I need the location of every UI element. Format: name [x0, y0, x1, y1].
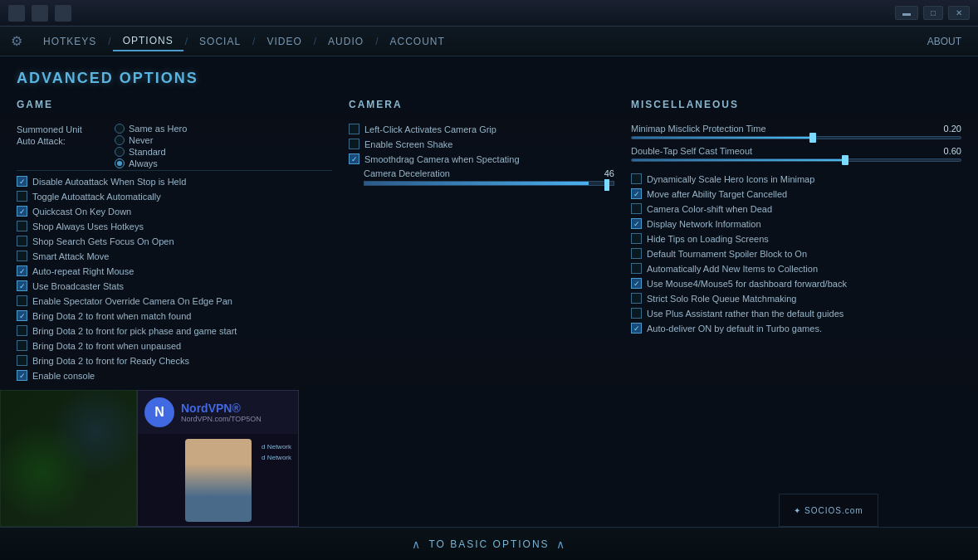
- page-title: ADVANCED OPTIONS: [17, 70, 961, 87]
- arrow-up-left-icon: ∧: [412, 538, 422, 551]
- camera-decel-thumb[interactable]: [604, 179, 609, 191]
- top-bar: ▬ □ ✕: [0, 0, 978, 27]
- top-bar-btn-3[interactable]: ✕: [948, 6, 970, 20]
- misc-option-10[interactable]: Auto-deliver ON by default in Turbo game…: [631, 323, 961, 334]
- misc-checkbox-10[interactable]: [631, 323, 642, 334]
- checkbox-11[interactable]: [17, 340, 27, 351]
- checkbox-3[interactable]: [17, 221, 27, 231]
- misc-option-9[interactable]: Use Plus Assistant rather than the defau…: [631, 308, 961, 319]
- arrow-up-right-icon: ∧: [556, 538, 566, 551]
- game-option-9[interactable]: Bring Dota 2 to front when match found: [17, 310, 332, 321]
- misc-checkbox-6[interactable]: [631, 263, 642, 274]
- camera-option-0[interactable]: Left-Click Activates Camera Grip: [349, 124, 614, 134]
- game-option-8[interactable]: Enable Spectator Override Camera On Edge…: [17, 295, 332, 306]
- radio-always[interactable]: Always: [115, 158, 187, 168]
- checkbox-6[interactable]: [17, 265, 27, 276]
- misc-option-6[interactable]: Automatically Add New Items to Collectio…: [631, 263, 961, 274]
- nav-sep-4: /: [312, 36, 318, 47]
- game-option-12[interactable]: Bring Dota 2 to front for Ready Checks: [17, 355, 332, 366]
- camera-option-1[interactable]: Enable Screen Shake: [349, 139, 614, 149]
- camera-decel-label: Camera Deceleration: [364, 168, 450, 178]
- radio-btn-same-as-hero[interactable]: [115, 124, 125, 134]
- misc-option-5[interactable]: Default Tournament Spoiler Block to On: [631, 248, 961, 259]
- misc-checkbox-5[interactable]: [631, 248, 642, 259]
- misc-option-7[interactable]: Use Mouse4/Mouse5 for dashboard forward/…: [631, 278, 961, 289]
- checkbox-9[interactable]: [17, 310, 27, 321]
- camera-column: CAMERA Left-Click Activates Camera Grip …: [349, 99, 614, 509]
- checkbox-13[interactable]: [17, 370, 27, 381]
- game-option-7[interactable]: Use Broadcaster Stats: [17, 280, 332, 291]
- game-option-10[interactable]: Bring Dota 2 to front for pick phase and…: [17, 325, 332, 336]
- doubletap-timeout-thumb[interactable]: [842, 155, 848, 165]
- misc-option-4[interactable]: Hide Tips on Loading Screens: [631, 233, 961, 244]
- misc-option-1[interactable]: Move after Ability Target Cancelled: [631, 188, 961, 199]
- nav-video[interactable]: VIDEO: [257, 32, 311, 51]
- game-option-2[interactable]: Quickcast On Key Down: [17, 206, 332, 217]
- nav-about[interactable]: ABOUT: [917, 32, 971, 51]
- misc-checkbox-7[interactable]: [631, 278, 642, 289]
- nav-social[interactable]: SOCIAL: [189, 32, 251, 51]
- misc-option-label-3: Display Network Information: [647, 219, 761, 229]
- summoned-unit-label: Summoned Unit Auto Attack:: [17, 124, 108, 148]
- misc-checkbox-8[interactable]: [631, 293, 642, 304]
- checkbox-2[interactable]: [17, 206, 27, 217]
- game-option-13[interactable]: Enable console: [17, 370, 332, 381]
- game-option-1[interactable]: Toggle Autoattack Automatically: [17, 191, 332, 202]
- checkbox-0[interactable]: [17, 176, 27, 187]
- misc-option-2[interactable]: Camera Color-shift when Dead: [631, 203, 961, 214]
- checkbox-10[interactable]: [17, 325, 27, 336]
- checkbox-12[interactable]: [17, 355, 27, 366]
- radio-same-as-hero[interactable]: Same as Hero: [115, 124, 187, 134]
- doubletap-timeout-track[interactable]: [631, 158, 961, 162]
- basic-options-button[interactable]: ∧ TO BASIC OPTIONS ∧: [412, 538, 565, 551]
- cam-checkbox-1[interactable]: [349, 139, 359, 149]
- nordvpn-top: N NordVPN® NordVPN.com/TOP5ON: [138, 391, 298, 434]
- game-option-0[interactable]: Disable Autoattack When Stop is Held: [17, 176, 332, 187]
- radio-never[interactable]: Never: [115, 135, 187, 145]
- misc-option-8[interactable]: Strict Solo Role Queue Matchmaking: [631, 293, 961, 304]
- misc-option-3[interactable]: Display Network Information: [631, 218, 961, 229]
- radio-btn-always[interactable]: [115, 158, 125, 168]
- checkbox-7[interactable]: [17, 280, 27, 291]
- camera-decel-track[interactable]: [364, 181, 614, 186]
- nordvpn-overlay: N NordVPN® NordVPN.com/TOP5ON d Network …: [137, 390, 299, 527]
- checkbox-5[interactable]: [17, 251, 27, 261]
- misc-checkbox-3[interactable]: [631, 218, 642, 229]
- nav-audio[interactable]: AUDIO: [318, 32, 374, 51]
- game-option-3[interactable]: Shop Always Uses Hotkeys: [17, 221, 332, 231]
- top-bar-btn-1[interactable]: ▬: [895, 6, 918, 20]
- misc-option-label-1: Move after Ability Target Cancelled: [647, 189, 787, 199]
- game-option-11[interactable]: Bring Dota 2 to front when unpaused: [17, 340, 332, 351]
- checkbox-1[interactable]: [17, 191, 27, 202]
- minimap-protection-thumb[interactable]: [809, 133, 816, 143]
- misc-checkbox-0[interactable]: [631, 173, 642, 184]
- settings-icon[interactable]: ⚙: [7, 32, 27, 51]
- checkbox-8[interactable]: [17, 295, 27, 306]
- game-option-label-9: Bring Dota 2 to front when match found: [32, 311, 191, 321]
- radio-btn-never[interactable]: [115, 135, 125, 145]
- checkbox-4[interactable]: [17, 236, 27, 246]
- nav-options[interactable]: OPTIONS: [113, 32, 183, 51]
- camera-option-2[interactable]: Smoothdrag Camera when Spectating: [349, 153, 614, 164]
- misc-checkbox-9[interactable]: [631, 308, 642, 319]
- nordvpn-logo: N: [144, 397, 174, 427]
- game-option-label-0: Disable Autoattack When Stop is Held: [32, 177, 186, 187]
- misc-checkbox-1[interactable]: [631, 188, 642, 199]
- nav-hotkeys[interactable]: HOTKEYS: [33, 32, 106, 51]
- misc-option-0[interactable]: Dynamically Scale Hero Icons in Minimap: [631, 173, 961, 184]
- game-header: GAME: [17, 99, 332, 114]
- game-option-6[interactable]: Auto-repeat Right Mouse: [17, 265, 332, 276]
- misc-option-label-5: Default Tournament Spoiler Block to On: [647, 249, 807, 259]
- cam-checkbox-2[interactable]: [349, 153, 359, 164]
- minimap-protection-track[interactable]: [631, 136, 961, 139]
- nav-account[interactable]: ACCOUNT: [379, 32, 454, 51]
- game-option-4[interactable]: Shop Search Gets Focus On Open: [17, 236, 332, 246]
- nordvpn-bottom: d Network d Network: [138, 434, 298, 526]
- misc-checkbox-4[interactable]: [631, 233, 642, 244]
- game-option-5[interactable]: Smart Attack Move: [17, 251, 332, 261]
- radio-standard[interactable]: Standard: [115, 147, 187, 157]
- top-bar-btn-2[interactable]: □: [923, 6, 943, 20]
- misc-checkbox-2[interactable]: [631, 203, 642, 214]
- cam-checkbox-0[interactable]: [349, 124, 359, 134]
- radio-btn-standard[interactable]: [115, 147, 125, 157]
